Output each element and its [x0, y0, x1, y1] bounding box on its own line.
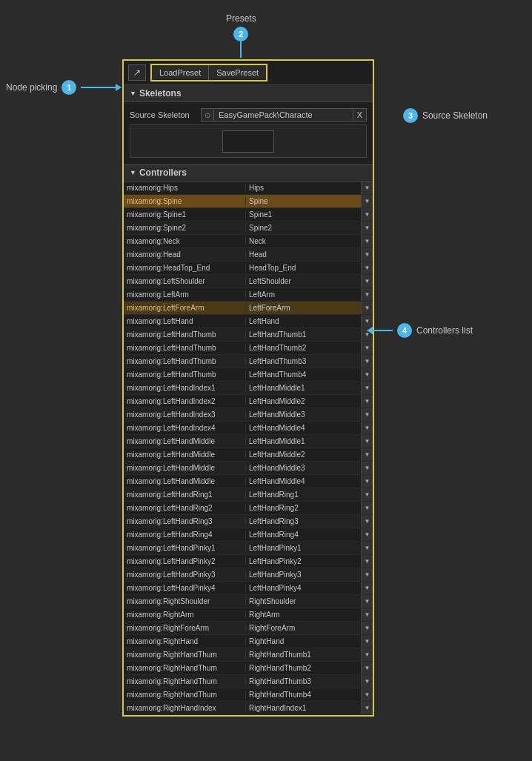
ctrl-left-cell: mixamorig:RightShoulder: [124, 597, 246, 605]
table-row[interactable]: mixamorig:RightArmRightArm▼: [124, 608, 373, 622]
skeleton-preview: [130, 124, 367, 158]
table-row[interactable]: mixamorig:LeftHandIndex2LeftHandMiddle2▼: [124, 395, 373, 408]
table-row[interactable]: mixamorig:LeftHandRing4LeftHandRing4▼: [124, 528, 373, 542]
table-row[interactable]: mixamorig:LeftHandThumbLeftHandThumb2▼: [124, 342, 373, 355]
table-row[interactable]: mixamorig:RightHandThumRightHandThumb4▼: [124, 688, 373, 702]
table-row[interactable]: mixamorig:LeftHandRing1LeftHandRing1▼: [124, 488, 373, 502]
ctrl-right-cell: LeftHandRing3: [246, 517, 361, 525]
ctrl-dropdown-btn[interactable]: ▼: [361, 688, 373, 701]
ctrl-dropdown-btn[interactable]: ▼: [361, 648, 373, 661]
skeleton-x-button[interactable]: X: [353, 109, 366, 121]
load-preset-button[interactable]: LoadPreset: [152, 65, 209, 80]
annotation-spacer: [397, 115, 399, 116]
table-row[interactable]: mixamorig:HipsHips▼: [124, 182, 373, 195]
ctrl-dropdown-btn[interactable]: ▼: [361, 675, 373, 688]
ctrl-dropdown-btn[interactable]: ▼: [361, 502, 373, 514]
table-row[interactable]: mixamorig:Spine2Spine2▼: [124, 222, 373, 235]
table-row[interactable]: mixamorig:NeckNeck▼: [124, 235, 373, 248]
table-row[interactable]: mixamorig:LeftHandThumbLeftHandThumb1▼: [124, 328, 373, 342]
ctrl-left-cell: mixamorig:LeftArm: [124, 290, 246, 299]
table-row[interactable]: mixamorig:HeadHead▼: [124, 248, 373, 262]
ctrl-dropdown-btn[interactable]: ▼: [361, 275, 373, 288]
ctrl-dropdown-btn[interactable]: ▼: [361, 288, 373, 301]
table-row[interactable]: mixamorig:LeftHandPinky2LeftHandPinky2▼: [124, 555, 373, 568]
table-row[interactable]: mixamorig:RightHandIndexRightHandIndex1▼: [124, 702, 373, 715]
table-row[interactable]: mixamorig:RightHandThumRightHandThumb1▼: [124, 648, 373, 662]
controllers-list-annotation: 4 Controllers list: [370, 323, 473, 338]
ctrl-dropdown-btn[interactable]: ▼: [361, 368, 373, 381]
ctrl-dropdown-btn[interactable]: ▼: [361, 355, 373, 368]
table-row[interactable]: mixamorig:RightShoulderRightShoulder▼: [124, 595, 373, 608]
ctrl-dropdown-btn[interactable]: ▼: [361, 235, 373, 247]
ctrl-right-cell: LeftHandMiddle3: [246, 464, 361, 472]
ctrl-dropdown-btn[interactable]: ▼: [361, 582, 373, 594]
skeleton-input-group[interactable]: ⊙ EasyGamePack\Characte X: [201, 108, 367, 122]
table-row[interactable]: mixamorig:LeftHandPinky4LeftHandPinky4▼: [124, 582, 373, 595]
ctrl-left-cell: mixamorig:LeftHandPinky1: [124, 544, 246, 552]
controllers-bubble: 4: [397, 323, 412, 338]
ctrl-dropdown-btn[interactable]: ▼: [361, 342, 373, 354]
ctrl-dropdown-btn[interactable]: ▼: [361, 195, 373, 207]
ctrl-dropdown-btn[interactable]: ▼: [361, 422, 373, 434]
table-row[interactable]: mixamorig:HeadTop_EndHeadTop_End▼: [124, 262, 373, 275]
controllers-triangle: ▼: [130, 169, 136, 176]
table-row[interactable]: mixamorig:LeftHandPinky1LeftHandPinky1▼: [124, 542, 373, 555]
ctrl-dropdown-btn[interactable]: ▼: [361, 528, 373, 541]
table-row[interactable]: mixamorig:RightHandThumRightHandThumb3▼: [124, 675, 373, 688]
table-row[interactable]: mixamorig:LeftHandMiddleLeftHandMiddle4▼: [124, 475, 373, 488]
ctrl-right-cell: LeftHandPinky1: [246, 544, 361, 552]
table-row[interactable]: mixamorig:LeftHandThumbLeftHandThumb3▼: [124, 355, 373, 368]
table-row[interactable]: mixamorig:LeftHandLeftHand▼: [124, 315, 373, 328]
table-row[interactable]: mixamorig:Spine1Spine1▼: [124, 208, 373, 222]
ctrl-dropdown-btn[interactable]: ▼: [361, 408, 373, 421]
ctrl-left-cell: mixamorig:LeftHandThumb: [124, 344, 246, 352]
ctrl-dropdown-btn[interactable]: ▼: [361, 448, 373, 461]
table-row[interactable]: mixamorig:LeftShoulderLeftShoulder▼: [124, 275, 373, 288]
ctrl-dropdown-btn[interactable]: ▼: [361, 262, 373, 274]
table-row[interactable]: mixamorig:RightHandRightHand▼: [124, 635, 373, 648]
ctrl-dropdown-btn[interactable]: ▼: [361, 702, 373, 714]
ctrl-right-cell: LeftHandPinky2: [246, 557, 361, 565]
ctrl-dropdown-btn[interactable]: ▼: [361, 608, 373, 621]
ctrl-dropdown-btn[interactable]: ▼: [361, 302, 373, 314]
ctrl-dropdown-btn[interactable]: ▼: [361, 622, 373, 634]
ctrl-dropdown-btn[interactable]: ▼: [361, 568, 373, 581]
ctrl-dropdown-btn[interactable]: ▼: [361, 662, 373, 674]
ctrl-dropdown-btn[interactable]: ▼: [361, 222, 373, 234]
ctrl-right-cell: Spine1: [246, 210, 361, 219]
ctrl-dropdown-btn[interactable]: ▼: [361, 595, 373, 608]
table-row[interactable]: mixamorig:RightHandThumRightHandThumb2▼: [124, 662, 373, 675]
table-row[interactable]: mixamorig:LeftForeArmLeftForeArm▼: [124, 302, 373, 315]
table-row[interactable]: mixamorig:LeftHandThumbLeftHandThumb4▼: [124, 368, 373, 382]
ctrl-dropdown-btn[interactable]: ▼: [361, 515, 373, 528]
table-row[interactable]: mixamorig:LeftHandMiddleLeftHandMiddle1▼: [124, 435, 373, 448]
ctrl-dropdown-btn[interactable]: ▼: [361, 475, 373, 488]
ctrl-dropdown-btn[interactable]: ▼: [361, 542, 373, 554]
ctrl-dropdown-btn[interactable]: ▼: [361, 208, 373, 221]
table-row[interactable]: mixamorig:LeftHandMiddleLeftHandMiddle3▼: [124, 462, 373, 475]
table-row[interactable]: mixamorig:LeftHandIndex3LeftHandMiddle3▼: [124, 408, 373, 422]
ctrl-dropdown-btn[interactable]: ▼: [361, 395, 373, 408]
table-row[interactable]: mixamorig:LeftArmLeftArm▼: [124, 288, 373, 302]
ctrl-left-cell: mixamorig:LeftHandIndex2: [124, 397, 246, 405]
ctrl-dropdown-btn[interactable]: ▼: [361, 462, 373, 474]
table-row[interactable]: mixamorig:LeftHandMiddleLeftHandMiddle2▼: [124, 448, 373, 462]
ctrl-dropdown-btn[interactable]: ▼: [361, 382, 373, 394]
ctrl-dropdown-btn[interactable]: ▼: [361, 435, 373, 448]
save-preset-button[interactable]: SavePreset: [209, 65, 266, 80]
ctrl-left-cell: mixamorig:RightForeArm: [124, 624, 246, 632]
ctrl-dropdown-btn[interactable]: ▼: [361, 182, 373, 194]
table-row[interactable]: mixamorig:LeftHandIndex4LeftHandMiddle4▼: [124, 422, 373, 435]
ctrl-dropdown-btn[interactable]: ▼: [361, 248, 373, 261]
ctrl-dropdown-btn[interactable]: ▼: [361, 635, 373, 648]
node-pick-button[interactable]: ↗: [128, 64, 146, 81]
ctrl-dropdown-btn[interactable]: ▼: [361, 488, 373, 501]
table-row[interactable]: mixamorig:SpineSpine▼: [124, 195, 373, 208]
table-row[interactable]: mixamorig:LeftHandRing3LeftHandRing3▼: [124, 515, 373, 528]
table-row[interactable]: mixamorig:LeftHandIndex1LeftHandMiddle1▼: [124, 382, 373, 395]
ctrl-dropdown-btn[interactable]: ▼: [361, 555, 373, 568]
controllers-title: Controllers: [139, 167, 187, 178]
table-row[interactable]: mixamorig:RightForeArmRightForeArm▼: [124, 622, 373, 635]
table-row[interactable]: mixamorig:LeftHandRing2LeftHandRing2▼: [124, 502, 373, 515]
table-row[interactable]: mixamorig:LeftHandPinky3LeftHandPinky3▼: [124, 568, 373, 582]
